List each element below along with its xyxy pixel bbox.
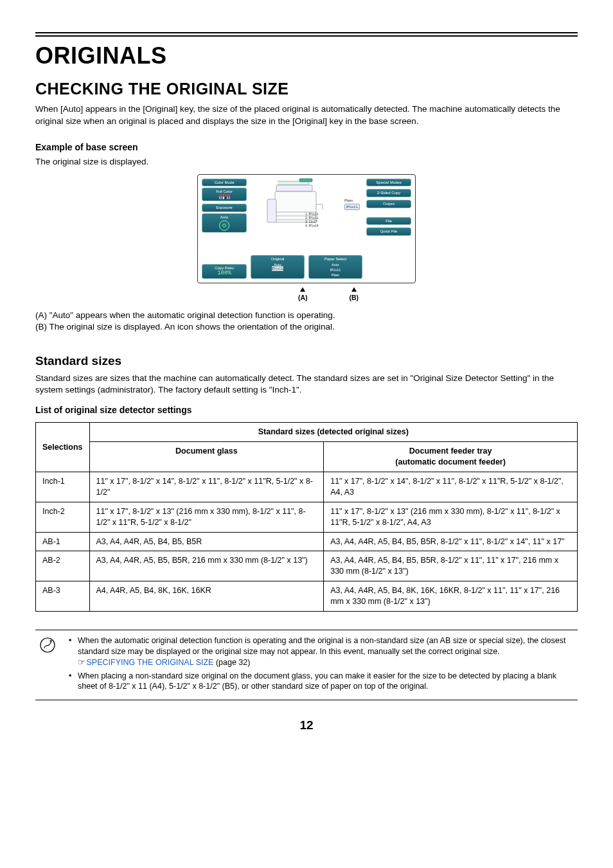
- exposure-auto-label: Auto: [220, 215, 228, 219]
- ratio-value: 100%: [204, 270, 244, 277]
- original-label: Original: [271, 257, 285, 261]
- plain-label: Plain 8½x11: [344, 198, 360, 210]
- svg-point-7: [40, 638, 55, 652]
- special-modes-button[interactable]: Special Modes: [366, 179, 411, 187]
- cmyk-bars-icon: [204, 197, 244, 199]
- table-row: AB-1 A3, A4, A4R, A5, B4, B5, B5R A3, A4…: [36, 532, 578, 551]
- th-standard-sizes: Standard sizes (detected original sizes): [89, 423, 577, 442]
- link-specifying-original-size[interactable]: SPECIFYING THE ORIGINAL SIZE: [86, 658, 213, 667]
- dial-icon: [219, 220, 229, 231]
- link-page-ref: (page 32): [213, 658, 250, 667]
- standard-sizes-heading: Standard sizes: [35, 353, 578, 369]
- copy-ratio-button[interactable]: Copy Ratio 100%: [202, 264, 247, 278]
- table-row: Inch-1 11" x 17", 8-1/2" x 14", 8-1/2" x…: [36, 472, 578, 502]
- th-selections: Selections: [36, 423, 90, 472]
- note-icon: [39, 635, 56, 695]
- quick-file-button[interactable]: Quick File: [366, 227, 411, 236]
- callout-a: (A): [298, 287, 308, 302]
- svg-rect-6: [267, 199, 276, 222]
- exposure-auto-button[interactable]: Auto: [202, 213, 247, 233]
- footnote-bullet-2: When placing a non-standard size origina…: [71, 671, 574, 693]
- example-heading: Example of base screen: [35, 141, 578, 154]
- table-row: AB-3 A4, A4R, A5, B4, 8K, 16K, 16KR A3, …: [36, 581, 578, 612]
- original-button[interactable]: Original Auto 8½x11: [251, 255, 305, 279]
- table-row: Inch-2 11" x 17", 8-1/2" x 13" (216 mm x…: [36, 502, 578, 532]
- note-b: (B) The original size is displayed. An i…: [35, 321, 578, 333]
- copier-screen: Color Mode Full Color Exposure Auto: [197, 174, 416, 283]
- exposure-button[interactable]: Exposure: [202, 204, 247, 212]
- file-button[interactable]: File: [366, 217, 411, 226]
- paper-select-label: Paper Select: [324, 257, 346, 261]
- header-double-rule: [35, 32, 578, 37]
- machine-icon: [263, 177, 334, 235]
- footnote-box: When the automatic original detection fu…: [35, 630, 578, 700]
- paper-select-button[interactable]: Paper Select Auto 8½x11 Plain: [308, 255, 362, 279]
- callout-b: (B): [350, 287, 359, 302]
- footnote-bullet-1: When the automatic original detection fu…: [71, 635, 574, 668]
- table-row: AB-2 A3, A4, A4R, A5, B5, B5R, 216 mm x …: [36, 551, 578, 581]
- list-heading: List of original size detector settings: [35, 404, 578, 416]
- paper-size-label: 8½x11: [311, 268, 360, 272]
- size-detector-table: Selections Standard sizes (detected orig…: [35, 422, 578, 612]
- tray-list: 1. 8½x11 2. 8½x11 3. 11x17 4. 8½x14: [305, 212, 319, 227]
- intro-text: When [Auto] appears in the [Original] ke…: [35, 103, 578, 127]
- original-size-badge: 8½x11: [272, 266, 284, 271]
- screen-figure: Color Mode Full Color Exposure Auto: [197, 174, 416, 302]
- th-document-feeder: Document feeder tray (automatic document…: [324, 442, 578, 472]
- paper-auto-label: Auto: [311, 263, 360, 267]
- section-title: CHECKING THE ORIGINAL SIZE: [35, 78, 578, 100]
- note-a: (A) "Auto" appears when the automatic or…: [35, 310, 578, 321]
- example-desc: The original size is displayed.: [35, 156, 578, 168]
- footnote-text-1: When the automatic original detection fu…: [78, 636, 565, 656]
- th-document-glass: Document glass: [89, 442, 324, 472]
- paper-type-label: Plain: [311, 273, 360, 277]
- color-mode-button[interactable]: Color Mode: [202, 179, 247, 187]
- page-title: ORIGINALS: [35, 40, 578, 72]
- output-button[interactable]: Output: [366, 200, 411, 208]
- two-sided-button[interactable]: 2-Sided Copy: [366, 189, 411, 197]
- standard-sizes-desc: Standard sizes are sizes that the machin…: [35, 373, 578, 396]
- full-color-label: Full Color: [216, 190, 233, 193]
- callout-arrows: (A) (B): [197, 287, 416, 302]
- pointer-icon: ☞: [78, 658, 86, 667]
- svg-rect-1: [276, 185, 312, 191]
- page-number: 12: [35, 717, 578, 734]
- svg-rect-0: [299, 179, 312, 182]
- full-color-button[interactable]: Full Color: [202, 188, 247, 201]
